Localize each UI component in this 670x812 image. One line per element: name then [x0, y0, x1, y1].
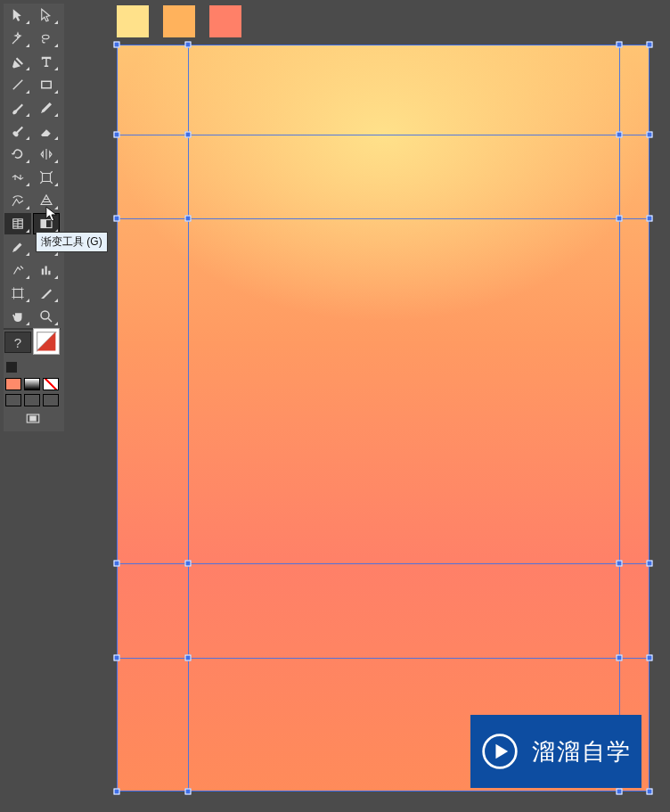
watermark-badge: 溜溜自学: [470, 715, 641, 788]
artboard-tool[interactable]: [4, 283, 31, 304]
zoom-tool[interactable]: [33, 306, 60, 327]
eyedropper-tool[interactable]: [4, 236, 31, 258]
direct-selection-tool[interactable]: [33, 4, 60, 26]
width-tool[interactable]: [4, 167, 31, 188]
svg-line-8: [48, 318, 52, 322]
draw-normal-icon[interactable]: [5, 394, 21, 406]
svg-rect-12: [29, 416, 37, 422]
draw-inside-icon[interactable]: [43, 394, 59, 406]
svg-rect-3: [41, 220, 46, 228]
tools-panel: ?: [4, 4, 64, 431]
swatch-3[interactable]: [209, 5, 241, 37]
default-fill-stroke[interactable]: ?: [4, 332, 31, 353]
type-tool[interactable]: [33, 51, 60, 72]
none-swatch[interactable]: [43, 378, 59, 390]
blob-brush-tool[interactable]: [4, 120, 31, 142]
slice-tool[interactable]: [33, 283, 60, 304]
swap-fill-stroke-icon[interactable]: [6, 362, 17, 373]
rectangle-tool[interactable]: [33, 74, 60, 95]
symbol-sprayer-tool[interactable]: [4, 259, 31, 281]
free-transform-tool[interactable]: [33, 167, 60, 188]
watermark-text: 溜溜自学: [532, 736, 632, 767]
pencil-tool[interactable]: [33, 97, 60, 119]
paintbrush-tool[interactable]: [4, 97, 31, 119]
draw-mode-row: [4, 392, 64, 408]
fill-stroke-block[interactable]: ?: [4, 332, 61, 374]
gradient-tool-tooltip: 渐变工具 (G): [36, 232, 108, 252]
svg-point-7: [41, 311, 49, 319]
eraser-tool[interactable]: [33, 120, 60, 142]
column-graph-tool[interactable]: [33, 259, 60, 281]
canvas[interactable]: [117, 45, 650, 791]
shape-builder-tool[interactable]: [4, 190, 31, 211]
color-mode-row: [4, 376, 64, 392]
svg-marker-14: [495, 744, 508, 759]
magic-wand-tool[interactable]: [4, 28, 31, 49]
hand-tool[interactable]: [4, 306, 31, 327]
swatch-2[interactable]: [163, 5, 195, 37]
play-circle-icon: [480, 732, 519, 771]
svg-line-0: [13, 80, 23, 90]
fill-color-swatch[interactable]: [5, 378, 21, 390]
selection-tool[interactable]: [4, 4, 31, 26]
svg-rect-6: [14, 290, 22, 298]
fill-stroke-swap[interactable]: [33, 328, 60, 355]
screen-mode-button[interactable]: [4, 409, 61, 431]
line-segment-tool[interactable]: [4, 74, 31, 95]
reflect-tool[interactable]: [33, 144, 60, 165]
lasso-tool[interactable]: [33, 28, 60, 49]
draw-behind-icon[interactable]: [24, 394, 40, 406]
gradient-swatch[interactable]: [24, 378, 40, 390]
pen-tool[interactable]: [4, 51, 31, 72]
color-swatch-row: [117, 5, 241, 37]
swatch-1[interactable]: [117, 5, 149, 37]
perspective-grid-tool[interactable]: [33, 190, 60, 211]
svg-rect-1: [42, 81, 52, 88]
rotate-tool[interactable]: [4, 144, 31, 165]
gradient-artwork[interactable]: [117, 45, 650, 791]
mesh-tool[interactable]: [4, 213, 31, 234]
